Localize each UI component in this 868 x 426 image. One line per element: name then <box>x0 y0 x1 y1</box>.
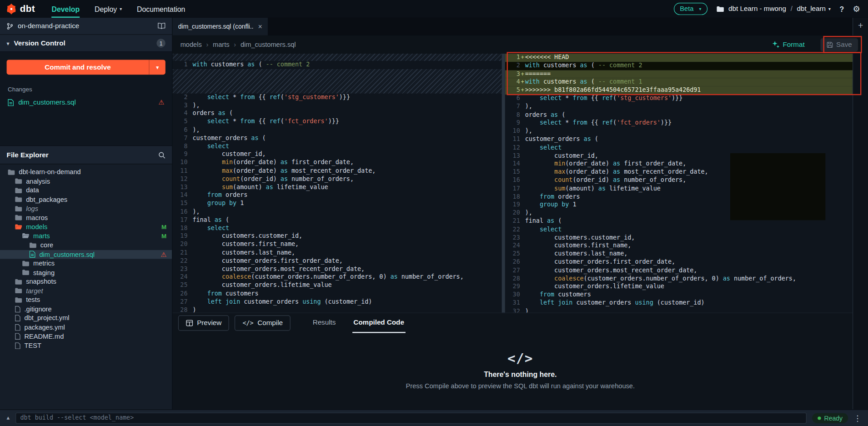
code-line: 30 from customers <box>505 291 868 299</box>
code-line: 26 from customers <box>173 290 502 298</box>
code-line: 18 select <box>173 224 502 232</box>
tree-item-test[interactable]: TEST <box>0 341 172 350</box>
code-line: 29 customer_orders.lifetime_value <box>505 283 868 291</box>
code-line: 6 select * from {{ ref('stg_customers')}… <box>505 95 868 103</box>
code-line: 4orders as ( <box>173 110 502 118</box>
tab-bar: dim_customers.sql (confli... × <box>173 18 868 35</box>
tree-item-dbt-learn-on-demand[interactable]: dbt-learn-on-demand <box>0 168 172 177</box>
tree-item-dbt_packages[interactable]: dbt_packages <box>0 195 172 204</box>
tree-item-dbt_project.yml[interactable]: dbt_project.yml <box>0 314 172 323</box>
tree-item-.gitignore[interactable]: .gitignore <box>0 305 172 314</box>
code-line: 2 select * from {{ ref('stg_customers')}… <box>173 93 502 101</box>
help-icon[interactable]: ? <box>839 5 844 13</box>
modified-badge: M <box>161 224 166 231</box>
tree-item-tests[interactable]: tests <box>0 296 172 305</box>
chevron-up-icon[interactable]: ▴ <box>7 414 10 421</box>
code-line: 24 customers.first_name, <box>505 242 868 250</box>
chevron-down-icon: ▾ <box>699 6 702 11</box>
tree-item-dim_customers.sql[interactable]: dim_customers.sql⚠ <box>0 250 172 259</box>
tree-item-data[interactable]: data <box>0 186 172 195</box>
nav-item-develop[interactable]: Develop <box>52 0 80 18</box>
code-icon: </> <box>242 320 253 327</box>
save-button[interactable]: Save <box>820 38 858 51</box>
editor-splitter[interactable] <box>502 54 505 312</box>
tab-dim-customers[interactable]: dim_customers.sql (confli... × <box>173 18 268 35</box>
code-line: 10 min(order_date) as first_order_date, <box>173 159 502 167</box>
file-icon <box>15 333 20 340</box>
code-line: 31 left join customer_orders using (cust… <box>505 299 868 307</box>
code-line: 11 max(order_date) as most_recent_order_… <box>173 167 502 175</box>
conflict-collapsed-region <box>173 54 502 61</box>
settings-gear-icon[interactable]: ⚙ <box>853 4 860 14</box>
file-icon <box>15 342 20 349</box>
dbt-logo-icon <box>5 3 17 15</box>
folder-icon <box>15 196 22 202</box>
dbt-cloud-ide: dbt DevelopDeploy▾Documentation Beta ▾ d… <box>0 0 868 426</box>
empty-state-title: There's nothing here. <box>484 370 557 378</box>
conflict-warning-icon: ⚠ <box>158 99 164 106</box>
preview-button[interactable]: Preview <box>178 316 230 331</box>
version-control-header[interactable]: ▾ Version Control 1 <box>0 35 172 52</box>
tree-item-packages.yml[interactable]: packages.yml <box>0 323 172 332</box>
breadcrumb-models[interactable]: models <box>181 40 202 48</box>
tree-item-metrics[interactable]: metrics <box>0 259 172 268</box>
code-line: 27 customer_orders.most_recent_order_dat… <box>505 266 868 275</box>
tree-item-marts[interactable]: martsM <box>0 231 172 241</box>
tree-item-target[interactable]: target <box>0 286 172 296</box>
dbt-logo[interactable]: dbt <box>5 3 35 15</box>
folder-icon <box>22 261 30 266</box>
project-selector[interactable]: dbt_learn ▾ <box>797 5 831 13</box>
tree-item-analysis[interactable]: analysis <box>0 177 172 186</box>
account-name[interactable]: dbt Learn - mwong <box>728 5 786 13</box>
format-button[interactable]: Format <box>772 40 804 48</box>
editor-area: dim_customers.sql (confli... × models › … <box>173 18 868 409</box>
folder-icon <box>15 205 22 211</box>
tree-item-core[interactable]: core <box>0 241 172 250</box>
code-line: 6), <box>173 126 502 134</box>
file-icon <box>15 306 20 313</box>
tab-close-icon[interactable]: × <box>258 22 262 30</box>
nav-item-documentation[interactable]: Documentation <box>137 0 185 18</box>
folder-icon <box>29 242 36 248</box>
tree-item-logs[interactable]: logs <box>0 204 172 213</box>
file-icon <box>15 324 20 331</box>
compile-button[interactable]: </> Compile <box>235 316 291 331</box>
breadcrumb-marts[interactable]: marts <box>213 40 230 48</box>
kebab-menu-icon[interactable]: ⋮ <box>853 413 861 422</box>
file-explorer-header[interactable]: File Explorer <box>0 146 172 164</box>
tab-results[interactable]: Results <box>311 313 337 333</box>
code-line: 15 group by 1 <box>173 200 502 208</box>
code-line: 32) <box>505 307 868 312</box>
search-icon[interactable] <box>158 151 166 159</box>
branch-row[interactable]: on-demand-practice <box>0 18 172 35</box>
code-line: 3), <box>173 101 502 110</box>
folder-icon <box>15 288 22 294</box>
docs-book-icon[interactable] <box>158 23 166 30</box>
tree-item-snapshots[interactable]: snapshots <box>0 277 172 286</box>
tree-item-readme.md[interactable]: README.md <box>0 332 172 341</box>
beta-dropdown[interactable]: Beta ▾ <box>674 3 707 15</box>
results-panel: Preview </> Compile Results Compiled Cod… <box>173 312 868 409</box>
project-folder-icon <box>716 6 724 12</box>
status-badge: Ready <box>812 413 848 423</box>
code-line: 21 customers.last_name, <box>173 249 502 257</box>
breadcrumb-file: dim_customers.sql <box>241 40 296 48</box>
tab-compiled-code[interactable]: Compiled Code <box>352 313 405 333</box>
logo-text: dbt <box>20 3 35 14</box>
tree-item-macros[interactable]: macros <box>0 213 172 222</box>
code-line: 8 select <box>173 142 502 150</box>
tree-item-staging[interactable]: staging <box>0 268 172 277</box>
folder-icon <box>8 169 15 175</box>
commit-options-caret[interactable]: ▾ <box>149 60 166 75</box>
tree-item-models[interactable]: modelsM <box>0 222 172 231</box>
folder-icon <box>22 233 30 239</box>
editor-pane-current[interactable]: 1with customers as ( -- comment 2 2 sele… <box>173 54 502 312</box>
code-line: 19 customers.customer_id, <box>173 232 502 241</box>
add-panel-icon[interactable]: + <box>858 21 863 31</box>
command-input[interactable] <box>15 412 806 423</box>
changed-file-row[interactable]: dim_customers.sql ⚠ <box>7 97 166 108</box>
commit-and-resolve-button[interactable]: Commit and resolve ▾ <box>7 60 166 75</box>
nav-item-deploy[interactable]: Deploy▾ <box>95 0 122 18</box>
warning-icon: ⚠ <box>161 251 166 258</box>
code-line: 2with customers as ( -- comment 2 <box>505 62 868 70</box>
